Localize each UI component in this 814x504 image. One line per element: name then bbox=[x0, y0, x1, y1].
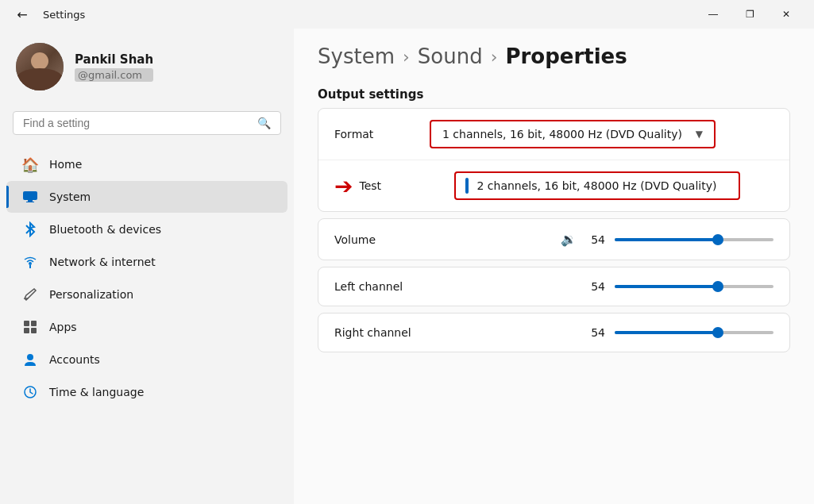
sidebar-item-label: Network & internet bbox=[49, 256, 156, 268]
right-channel-row: Right channel 54 bbox=[318, 314, 789, 352]
home-icon: 🏠 bbox=[22, 156, 38, 172]
left-channel-slider-fill bbox=[615, 285, 718, 288]
sidebar-item-home[interactable]: 🏠 Home bbox=[6, 148, 287, 180]
maximize-button[interactable]: ❐ bbox=[731, 2, 768, 27]
sidebar-item-bluetooth[interactable]: Bluetooth & devices bbox=[6, 214, 287, 245]
sidebar-item-accounts[interactable]: Accounts bbox=[6, 344, 287, 375]
left-channel-label: Left channel bbox=[334, 280, 430, 293]
bluetooth-icon bbox=[22, 221, 38, 237]
window-controls: — ❐ ✕ bbox=[695, 2, 804, 27]
sidebar: Pankil Shah @gmail.com 🔍 🏠 Home System bbox=[0, 29, 294, 504]
title-bar-left: ← Settings bbox=[10, 2, 85, 27]
format-label: Format bbox=[334, 128, 430, 140]
app-body: Pankil Shah @gmail.com 🔍 🏠 Home System bbox=[0, 29, 814, 504]
svg-point-8 bbox=[27, 354, 33, 360]
breadcrumb: System › Sound › Properties bbox=[318, 44, 790, 68]
sidebar-item-label: Bluetooth & devices bbox=[49, 223, 161, 236]
test-label: Test bbox=[359, 179, 454, 192]
left-channel-value: 54 bbox=[586, 280, 605, 293]
sidebar-item-network[interactable]: Network & internet bbox=[6, 246, 287, 278]
avatar-image bbox=[16, 43, 64, 90]
time-icon bbox=[22, 384, 38, 400]
test-value-box[interactable]: 2 channels, 16 bit, 48000 Hz (DVD Qualit… bbox=[454, 171, 740, 200]
accounts-icon bbox=[22, 352, 38, 367]
volume-row: Volume 🔉 54 bbox=[318, 219, 789, 260]
search-box[interactable]: 🔍 bbox=[13, 111, 281, 135]
title-bar: ← Settings — ❐ ✕ bbox=[0, 0, 814, 29]
svg-rect-1 bbox=[28, 200, 33, 202]
search-input[interactable] bbox=[23, 117, 251, 129]
volume-slider-thumb[interactable] bbox=[712, 234, 723, 245]
nav-list: 🏠 Home System Bluetooth & devices Netw bbox=[0, 144, 294, 412]
user-info: Pankil Shah @gmail.com bbox=[75, 52, 153, 82]
sidebar-item-label: System bbox=[49, 190, 91, 203]
volume-slider-track bbox=[615, 238, 773, 241]
avatar bbox=[16, 43, 64, 90]
user-profile[interactable]: Pankil Shah @gmail.com bbox=[0, 29, 294, 105]
format-row: Format 1 channels, 16 bit, 48000 Hz (DVD… bbox=[318, 109, 789, 160]
test-indicator bbox=[465, 178, 469, 194]
test-row: ➔ Test 2 channels, 16 bit, 48000 Hz (DVD… bbox=[318, 160, 789, 211]
network-icon bbox=[22, 254, 38, 270]
sidebar-item-label: Personalization bbox=[49, 288, 133, 301]
breadcrumb-system: System bbox=[318, 44, 395, 68]
right-channel-slider-track bbox=[615, 331, 773, 334]
svg-rect-7 bbox=[31, 328, 37, 333]
left-channel-row: Left channel 54 bbox=[318, 267, 789, 306]
speaker-icon: 🔉 bbox=[561, 232, 577, 247]
breadcrumb-sound: Sound bbox=[418, 44, 483, 68]
sidebar-item-label: Accounts bbox=[49, 353, 100, 366]
right-channel-slider-fill bbox=[615, 331, 718, 334]
left-channel-slider-thumb[interactable] bbox=[712, 281, 723, 292]
apps-icon bbox=[22, 319, 38, 335]
user-name: Pankil Shah bbox=[75, 52, 153, 67]
svg-rect-0 bbox=[23, 191, 37, 200]
output-settings-title: Output settings bbox=[318, 87, 790, 102]
left-channel-slider-track bbox=[615, 285, 773, 288]
volume-slider-fill bbox=[615, 238, 718, 241]
right-channel-value: 54 bbox=[586, 326, 605, 339]
right-channel-label: Right channel bbox=[334, 326, 430, 339]
volume-label: Volume bbox=[334, 233, 430, 246]
left-channel-slider-container[interactable] bbox=[615, 285, 773, 288]
right-channel-card: Right channel 54 bbox=[318, 313, 790, 352]
volume-slider-container[interactable] bbox=[615, 238, 773, 241]
back-button[interactable]: ← bbox=[10, 2, 35, 27]
sidebar-item-label: Home bbox=[49, 158, 82, 171]
svg-rect-5 bbox=[31, 321, 37, 326]
sidebar-item-label: Time & language bbox=[49, 386, 144, 398]
sidebar-item-apps[interactable]: Apps bbox=[6, 311, 287, 343]
user-email: @gmail.com bbox=[75, 68, 153, 82]
volume-value: 54 bbox=[586, 233, 605, 246]
red-arrow-icon: ➔ bbox=[334, 173, 353, 199]
right-channel-slider-thumb[interactable] bbox=[712, 327, 723, 338]
svg-rect-2 bbox=[26, 202, 34, 202]
format-dropdown[interactable]: 1 channels, 16 bit, 48000 Hz (DVD Qualit… bbox=[430, 120, 716, 148]
svg-rect-6 bbox=[24, 328, 29, 333]
test-value: 2 channels, 16 bit, 48000 Hz (DVD Qualit… bbox=[476, 179, 716, 192]
search-icon: 🔍 bbox=[257, 117, 271, 129]
minimize-button[interactable]: — bbox=[695, 2, 731, 27]
app-title: Settings bbox=[43, 9, 85, 21]
pen-icon bbox=[22, 287, 38, 302]
breadcrumb-current: Properties bbox=[505, 44, 627, 68]
content-area: System › Sound › Properties Output setti… bbox=[294, 29, 814, 504]
sidebar-item-personalization[interactable]: Personalization bbox=[6, 279, 287, 310]
breadcrumb-sep1: › bbox=[403, 47, 410, 67]
volume-card: Volume 🔉 54 bbox=[318, 218, 790, 260]
system-icon bbox=[22, 189, 38, 205]
close-button[interactable]: ✕ bbox=[768, 2, 804, 27]
sidebar-item-label: Apps bbox=[49, 321, 77, 333]
search-container: 🔍 bbox=[0, 105, 294, 144]
sidebar-item-system[interactable]: System bbox=[6, 181, 287, 213]
sidebar-item-time[interactable]: Time & language bbox=[6, 376, 287, 408]
svg-rect-4 bbox=[24, 321, 29, 326]
format-test-card: Format 1 channels, 16 bit, 48000 Hz (DVD… bbox=[318, 108, 790, 212]
svg-point-3 bbox=[29, 262, 32, 265]
breadcrumb-sep2: › bbox=[491, 47, 498, 67]
arrow-area: ➔ Test bbox=[334, 173, 454, 199]
right-channel-slider-container[interactable] bbox=[615, 331, 773, 334]
format-value: 1 channels, 16 bit, 48000 Hz (DVD Qualit… bbox=[442, 128, 689, 140]
left-channel-card: Left channel 54 bbox=[318, 267, 790, 306]
dropdown-arrow-icon: ▼ bbox=[696, 129, 703, 140]
